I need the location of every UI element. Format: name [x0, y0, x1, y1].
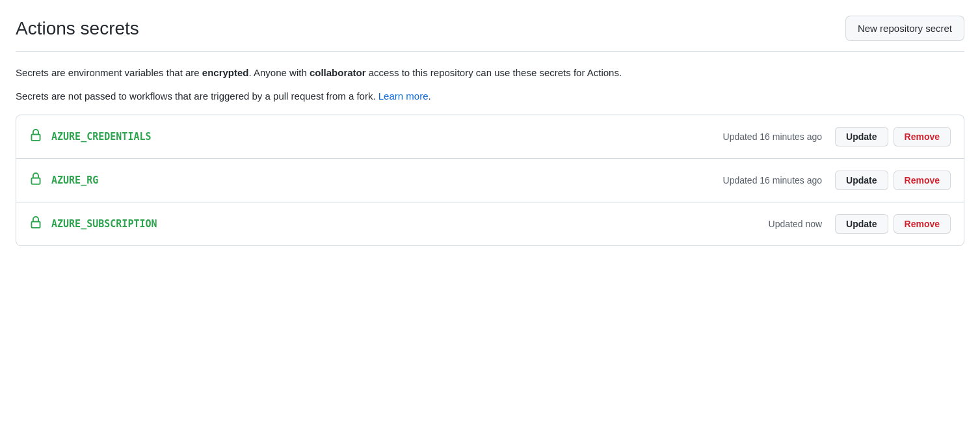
secret-actions: Update Remove: [835, 214, 951, 234]
lock-icon: [29, 216, 42, 232]
secret-row: AZURE_SUBSCRIPTION Updated now Update Re…: [16, 202, 964, 245]
secret-actions: Update Remove: [835, 127, 951, 146]
desc-fork-post: .: [429, 90, 431, 102]
description-line2: Secrets are not passed to workflows that…: [16, 89, 964, 104]
secret-row: AZURE_RG Updated 16 minutes ago Update R…: [16, 159, 964, 202]
secret-row: AZURE_CREDENTIALS Updated 16 minutes ago…: [16, 115, 964, 159]
desc-fork-pre: Secrets are not passed to workflows that…: [16, 90, 378, 102]
secret-updated-time: Updated 16 minutes ago: [723, 175, 823, 186]
remove-button[interactable]: Remove: [894, 127, 951, 146]
remove-button[interactable]: Remove: [894, 214, 951, 234]
page-title: Actions secrets: [16, 18, 139, 39]
desc-encrypted: encrypted: [202, 67, 249, 78]
remove-button[interactable]: Remove: [894, 171, 951, 190]
desc-post: access to this repository can use these …: [366, 67, 622, 78]
secret-name: AZURE_SUBSCRIPTION: [51, 218, 769, 230]
desc-pre: Secrets are environment variables that a…: [16, 67, 202, 78]
secrets-table: AZURE_CREDENTIALS Updated 16 minutes ago…: [16, 115, 964, 246]
description-line1: Secrets are environment variables that a…: [16, 65, 964, 81]
secret-updated-time: Updated 16 minutes ago: [723, 131, 823, 142]
lock-icon: [29, 173, 42, 189]
update-button[interactable]: Update: [835, 214, 888, 234]
new-repository-secret-button[interactable]: New repository secret: [845, 16, 964, 41]
update-button[interactable]: Update: [835, 127, 888, 146]
secret-updated-time: Updated now: [769, 219, 823, 229]
page-header: Actions secrets New repository secret: [16, 16, 964, 52]
description-section: Secrets are environment variables that a…: [16, 65, 964, 104]
desc-mid: . Anyone with: [249, 67, 310, 78]
secret-name: AZURE_CREDENTIALS: [51, 131, 723, 143]
lock-icon: [29, 129, 42, 145]
desc-collaborator: collaborator: [310, 67, 366, 78]
secret-actions: Update Remove: [835, 171, 951, 190]
learn-more-link[interactable]: Learn more: [378, 90, 429, 102]
update-button[interactable]: Update: [835, 171, 888, 190]
secret-name: AZURE_RG: [51, 174, 723, 186]
